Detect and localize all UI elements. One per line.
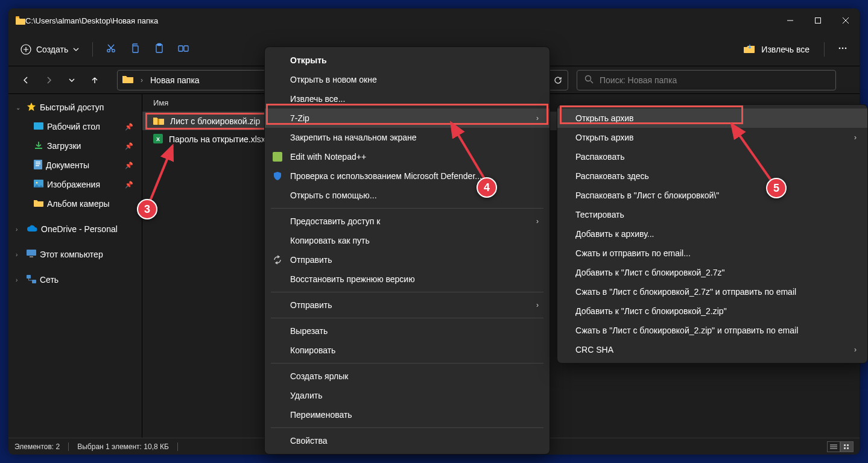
pin-icon: 📌 (125, 123, 133, 131)
ctx-defender[interactable]: Проверка с использованием Microsoft Defe… (265, 166, 550, 186)
ctx-cut[interactable]: Вырезать (265, 321, 550, 341)
search-input[interactable]: Поиск: Новая папка (577, 70, 836, 90)
ctx-open-with[interactable]: Открыть с помощью... (265, 186, 550, 205)
share-icon (272, 254, 283, 265)
sidebar-downloads[interactable]: Загрузки 📌 (8, 136, 142, 156)
details-view-button[interactable] (827, 441, 840, 452)
ctx-extract-all[interactable]: Извлечь все... (265, 89, 550, 109)
ctx-7zip[interactable]: 7-Zip› (265, 109, 550, 128)
search-icon (584, 75, 594, 86)
ctx-pin-start[interactable]: Закрепить на начальном экране (265, 128, 550, 147)
ctx-copy-as-path[interactable]: Копировать как путь (265, 231, 550, 250)
close-button[interactable] (832, 8, 860, 33)
breadcrumb-segment[interactable]: Новая папка (150, 75, 200, 85)
ctx-label: CRC SHA (575, 345, 613, 354)
separator (271, 318, 543, 318)
sidebar-quick-access[interactable]: ⌄ Быстрый доступ (8, 98, 142, 117)
recent-button[interactable] (62, 70, 82, 90)
chevron-down-icon: ⌄ (16, 104, 23, 111)
sidebar-documents[interactable]: Документы 📌 (8, 156, 142, 175)
up-button[interactable] (84, 70, 105, 90)
ctx-send-to-2[interactable]: Отправить› (265, 295, 550, 315)
shield-icon (272, 171, 283, 181)
chevron-right-icon: › (536, 217, 539, 225)
ctx-open-new-window[interactable]: Открыть в новом окне (265, 70, 550, 89)
separator (271, 208, 543, 209)
ctx-label: Копировать (290, 345, 335, 355)
svg-rect-27 (27, 250, 36, 256)
chevron-right-icon: › (141, 76, 143, 84)
sub-unpack-here[interactable]: Распаковать здесь (557, 166, 867, 186)
ctx-label: Edit with Notepad++ (290, 152, 366, 162)
sub-unpack-to[interactable]: Распаковать в "Лист с блокировкой\" (557, 186, 867, 205)
back-button[interactable] (16, 70, 36, 90)
sub-open-archive-2[interactable]: Открыть архив› (557, 128, 867, 147)
ctx-label: Свойства (290, 436, 327, 446)
sub-crc-sha[interactable]: CRC SHA› (557, 340, 867, 359)
sub-unpack[interactable]: Распаковать (557, 147, 867, 166)
plus-circle-icon (21, 44, 31, 55)
svg-rect-41 (273, 152, 282, 162)
ctx-label: Сжать в "Лист с блокировкой_2.zip" и отп… (575, 326, 798, 335)
sidebar-network[interactable]: › Сеть (8, 270, 142, 289)
document-icon (34, 160, 42, 171)
ctx-properties[interactable]: Свойства (265, 431, 550, 450)
ctx-give-access[interactable]: Предоставить доступ к› (265, 212, 550, 231)
svg-point-26 (36, 182, 38, 184)
folder-icon (122, 75, 133, 85)
folder-icon (34, 199, 43, 209)
sidebar-label: Сеть (40, 275, 59, 285)
zip-icon (153, 116, 164, 127)
view-buttons (827, 441, 854, 452)
svg-rect-28 (30, 256, 33, 257)
ctx-label: Распаковать (575, 152, 625, 162)
sidebar-desktop[interactable]: Рабочий стол 📌 (8, 117, 142, 136)
download-icon (34, 141, 43, 151)
refresh-button[interactable] (548, 70, 568, 90)
ctx-delete[interactable]: Удалить (265, 386, 550, 405)
forward-button[interactable] (39, 70, 59, 90)
create-new-button[interactable]: Создать (13, 39, 86, 60)
sub-add-zip[interactable]: Добавить к "Лист с блокировкой_2.zip" (557, 301, 867, 321)
ctx-send-to[interactable]: Отправить (265, 250, 550, 269)
icons-view-button[interactable] (840, 441, 854, 452)
sub-open-archive[interactable]: Открыть архив (557, 109, 867, 128)
svg-rect-20 (34, 122, 43, 130)
ctx-restore[interactable]: Восстановить прежнюю версию (265, 269, 550, 289)
sidebar-label: Изображения (47, 180, 100, 189)
ctx-label: 7-Zip (290, 113, 309, 123)
sub-test[interactable]: Тестировать (557, 205, 867, 224)
sub-add-7z[interactable]: Добавить к "Лист с блокировкой_2.7z" (557, 263, 867, 282)
separator (271, 363, 543, 364)
sidebar-onedrive[interactable]: › OneDrive - Personal (8, 219, 142, 239)
ctx-rename[interactable]: Переименовать (265, 405, 550, 424)
sidebar-pictures[interactable]: Изображения 📌 (8, 175, 142, 194)
extract-all-button[interactable]: Извлечь все (735, 39, 818, 60)
svg-point-17 (845, 48, 847, 49)
ctx-label: Закрепить на начальном экране (290, 133, 417, 142)
scissors-icon (106, 43, 116, 55)
annotation-badge: 4 (477, 177, 497, 198)
ctx-copy[interactable]: Копировать (265, 341, 550, 360)
annotation-badge: 3 (137, 199, 157, 219)
svg-point-18 (586, 75, 591, 81)
cut-button[interactable] (99, 39, 123, 60)
cloud-icon (27, 224, 37, 234)
ctx-edit-npp[interactable]: Edit with Notepad++ (265, 147, 550, 166)
file-name: Пароль на открытие.xlsx (169, 134, 265, 144)
sidebar-this-pc[interactable]: › Этот компьютер (8, 245, 142, 264)
sub-add-archive[interactable]: Добавить к архиву... (557, 224, 867, 244)
ctx-open[interactable]: Открыть (265, 51, 550, 70)
copy-button[interactable] (123, 39, 147, 60)
sub-compress-7z-email[interactable]: Сжать в "Лист с блокировкой_2.7z" и отпр… (557, 282, 867, 301)
maximize-button[interactable] (804, 8, 832, 33)
ctx-create-shortcut[interactable]: Создать ярлык (265, 367, 550, 386)
rename-button[interactable] (171, 39, 195, 60)
sidebar-camera-roll[interactable]: Альбом камеры (8, 194, 142, 213)
sub-compress-email[interactable]: Сжать и отправить по email... (557, 244, 867, 263)
ctx-label: Переименовать (290, 410, 352, 420)
paste-button[interactable] (147, 39, 171, 60)
more-button[interactable] (831, 39, 855, 60)
minimize-button[interactable] (776, 8, 804, 33)
sub-compress-zip-email[interactable]: Сжать в "Лист с блокировкой_2.zip" и отп… (557, 321, 867, 340)
